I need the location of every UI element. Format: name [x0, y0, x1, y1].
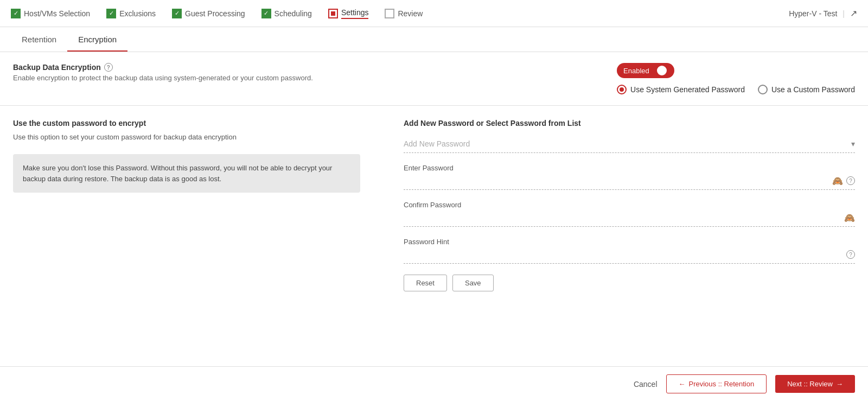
enter-password-input[interactable] — [404, 174, 832, 187]
save-button[interactable]: Save — [452, 275, 494, 291]
dropdown-arrow-icon: ▾ — [851, 139, 855, 148]
add-new-password-dropdown-wrap: Add New Password ▾ — [404, 137, 855, 153]
confirm-password-icons: 🙈 — [844, 213, 855, 223]
password-info-icon[interactable]: ? — [846, 176, 855, 185]
radio-custom-label: Use a Custom Password — [771, 85, 855, 94]
enter-password-input-wrap: 🙈 ? — [404, 174, 855, 190]
check-icon-scheduling: ✓ — [261, 9, 271, 18]
prev-label: Previous :: Retention — [689, 380, 755, 388]
edit-icon[interactable]: ↗ — [850, 8, 857, 18]
encryption-title: Backup Data Encryption ? — [13, 63, 313, 72]
enabled-toggle[interactable]: Enabled — [617, 63, 674, 78]
toggle-knob — [657, 66, 667, 75]
step-exclusions[interactable]: ✓ Exclusions — [106, 9, 156, 18]
step-exclusions-label: Exclusions — [119, 9, 156, 18]
empty-check-review — [385, 9, 394, 18]
add-new-password-select[interactable]: Add New Password — [404, 137, 851, 150]
step-review[interactable]: Review — [385, 9, 423, 18]
next-arrow-icon: → — [836, 380, 843, 388]
encryption-desc: Enable encryption to protect the backup … — [13, 74, 313, 82]
tabs-bar: Retention Encryption — [0, 27, 868, 52]
left-panel: Use the custom password to encrypt Use t… — [13, 119, 382, 353]
left-title: Use the custom password to encrypt — [13, 119, 382, 128]
radio-system-generated[interactable]: Use System Generated Password — [617, 85, 745, 94]
radio-options: Use System Generated Password Use a Cust… — [617, 85, 855, 94]
step-scheduling[interactable]: ✓ Scheduling — [261, 9, 312, 18]
password-hint-input[interactable] — [404, 248, 846, 261]
password-hint-label: Password Hint — [404, 238, 855, 246]
next-label: Next :: Review — [787, 380, 833, 388]
confirm-password-field: Confirm Password 🙈 — [404, 201, 855, 227]
right-panel: Add New Password or Select Password from… — [404, 119, 855, 353]
enter-password-field: Enter Password 🙈 ? — [404, 164, 855, 190]
btn-row: Reset Save — [404, 275, 855, 291]
radio-custom-password[interactable]: Use a Custom Password — [758, 85, 855, 94]
encryption-controls: Enabled Use System Generated Password Us… — [617, 63, 855, 94]
password-hint-field: Password Hint ? — [404, 238, 855, 264]
radio-custom-icon — [758, 85, 768, 94]
check-icon-guest-processing: ✓ — [172, 9, 182, 18]
add-new-password-field: Add New Password ▾ — [404, 137, 855, 153]
content-area: Retention Encryption Backup Data Encrypt… — [0, 27, 868, 401]
step-host-vms[interactable]: ✓ Host/VMs Selection — [11, 9, 90, 18]
warning-box: Make sure you don't lose this Password. … — [13, 154, 360, 193]
job-title: Hyper-V - Test — [789, 9, 837, 18]
cancel-button[interactable]: Cancel — [634, 380, 658, 389]
confirm-password-label: Confirm Password — [404, 201, 855, 209]
divider: | — [843, 9, 845, 18]
main-section: Use the custom password to encrypt Use t… — [0, 106, 868, 366]
step-settings[interactable]: Settings — [328, 8, 369, 19]
reset-button[interactable]: Reset — [404, 275, 447, 291]
eye-toggle-icon[interactable]: 🙈 — [832, 176, 843, 186]
right-title: Add New Password or Select Password from… — [404, 119, 855, 128]
left-desc: Use this option to set your custom passw… — [13, 133, 382, 141]
wizard-steps: ✓ Host/VMs Selection ✓ Exclusions ✓ Gues… — [11, 8, 789, 19]
footer: Cancel ← Previous :: Retention Next :: R… — [0, 366, 868, 401]
prev-arrow-icon: ← — [679, 380, 686, 388]
confirm-password-input-wrap: 🙈 — [404, 211, 855, 227]
warning-text: Make sure you don't lose this Password. … — [23, 164, 332, 183]
step-guest-processing[interactable]: ✓ Guest Processing — [172, 9, 245, 18]
radio-system-icon — [617, 85, 627, 94]
confirm-password-input[interactable] — [404, 211, 844, 224]
encryption-info-icon[interactable]: ? — [104, 63, 113, 72]
password-hint-input-wrap: ? — [404, 248, 855, 264]
radio-icon-settings — [328, 9, 338, 18]
step-review-label: Review — [398, 9, 423, 18]
tab-encryption[interactable]: Encryption — [67, 27, 127, 52]
hint-icons: ? — [846, 250, 855, 259]
enter-password-icons: 🙈 ? — [832, 176, 855, 186]
top-right-area: Hyper-V - Test | ↗ — [789, 8, 857, 18]
next-button[interactable]: Next :: Review → — [775, 375, 855, 393]
enter-password-label: Enter Password — [404, 164, 855, 172]
step-settings-label: Settings — [341, 8, 369, 19]
toggle-label: Enabled — [623, 67, 649, 75]
check-icon-host-vms: ✓ — [11, 9, 21, 18]
prev-button[interactable]: ← Previous :: Retention — [666, 374, 767, 393]
tab-retention[interactable]: Retention — [11, 27, 67, 52]
step-host-vms-label: Host/VMs Selection — [24, 9, 90, 18]
encryption-info: Backup Data Encryption ? Enable encrypti… — [13, 63, 313, 82]
radio-system-label: Use System Generated Password — [630, 85, 745, 94]
step-guest-processing-label: Guest Processing — [185, 9, 245, 18]
step-scheduling-label: Scheduling — [275, 9, 312, 18]
hint-info-icon[interactable]: ? — [846, 250, 855, 259]
confirm-eye-toggle-icon[interactable]: 🙈 — [844, 213, 855, 223]
top-bar: ✓ Host/VMs Selection ✓ Exclusions ✓ Gues… — [0, 0, 868, 27]
check-icon-exclusions: ✓ — [106, 9, 116, 18]
encryption-section-top: Backup Data Encryption ? Enable encrypti… — [0, 52, 868, 106]
